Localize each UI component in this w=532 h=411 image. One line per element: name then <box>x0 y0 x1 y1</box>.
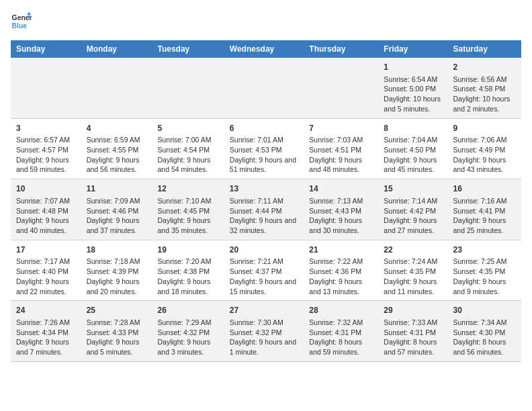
day-info-line: Sunrise: 7:26 AM <box>16 318 76 328</box>
day-info-line: Sunrise: 7:06 AM <box>453 135 517 145</box>
day-info-line: Sunset: 4:51 PM <box>309 145 373 155</box>
day-info-line: Sunrise: 7:22 AM <box>309 257 373 267</box>
day-info-line: Sunrise: 6:59 AM <box>87 135 147 145</box>
day-cell: 5Sunrise: 7:00 AMSunset: 4:54 PMDaylight… <box>152 118 224 179</box>
col-header-wednesday: Wednesday <box>224 40 304 58</box>
day-number: 29 <box>384 305 442 316</box>
col-header-tuesday: Tuesday <box>152 40 224 58</box>
day-cell: 26Sunrise: 7:29 AMSunset: 4:32 PMDayligh… <box>152 301 224 362</box>
day-info-line: Sunrise: 7:18 AM <box>87 257 147 267</box>
day-info-line: Sunrise: 7:13 AM <box>309 196 373 206</box>
day-info-line: Daylight: 9 hours and 22 minutes. <box>16 277 76 296</box>
day-info-line: Sunrise: 7:16 AM <box>453 196 517 206</box>
day-info-line: Daylight: 9 hours and 11 minutes. <box>384 277 442 296</box>
day-number: 18 <box>87 244 147 256</box>
day-info-line: Daylight: 9 hours and 3 minutes. <box>157 337 218 357</box>
day-info-line: Daylight: 9 hours and 18 minutes. <box>157 277 218 296</box>
day-cell <box>224 58 304 118</box>
day-cell: 22Sunrise: 7:24 AMSunset: 4:35 PMDayligh… <box>378 240 447 301</box>
day-info-line: Daylight: 9 hours and 13 minutes. <box>309 277 373 296</box>
day-info-line: Daylight: 9 hours and 56 minutes. <box>87 155 147 175</box>
day-info-line: Sunset: 4:37 PM <box>230 267 299 277</box>
day-info-line: Sunrise: 7:10 AM <box>157 196 218 206</box>
day-info-line: Sunrise: 7:30 AM <box>230 318 299 328</box>
day-info-line: Sunset: 4:57 PM <box>16 145 76 155</box>
day-info-line: Daylight: 10 hours and 5 minutes. <box>384 94 442 113</box>
day-number: 24 <box>16 305 76 316</box>
day-info-line: Sunset: 4:35 PM <box>453 267 517 277</box>
day-cell: 14Sunrise: 7:13 AMSunset: 4:43 PMDayligh… <box>304 179 378 240</box>
svg-text:Blue: Blue <box>12 22 28 30</box>
day-cell: 1Sunrise: 6:54 AMSunset: 5:00 PMDaylight… <box>378 58 447 118</box>
day-number: 26 <box>157 305 218 316</box>
day-info-line: Sunset: 4:30 PM <box>453 328 517 338</box>
day-cell <box>81 58 152 118</box>
day-info-line: Daylight: 9 hours and 25 minutes. <box>453 216 517 235</box>
day-info-line: Sunset: 5:00 PM <box>384 84 442 94</box>
day-info-line: Daylight: 9 hours and 43 minutes. <box>453 155 517 175</box>
col-header-sunday: Sunday <box>11 40 81 58</box>
day-cell: 16Sunrise: 7:16 AMSunset: 4:41 PMDayligh… <box>448 179 522 240</box>
day-info-line: Daylight: 8 hours and 57 minutes. <box>384 337 442 357</box>
day-info-line: Daylight: 9 hours and 30 minutes. <box>309 216 373 235</box>
day-info-line: Sunset: 4:49 PM <box>453 145 517 155</box>
col-header-monday: Monday <box>81 40 152 58</box>
header: General Blue <box>11 11 521 32</box>
day-info-line: Sunrise: 7:11 AM <box>230 196 299 206</box>
week-row-2: 3Sunrise: 6:57 AMSunset: 4:57 PMDaylight… <box>11 118 521 179</box>
day-cell <box>11 58 81 118</box>
day-info-line: Sunrise: 7:28 AM <box>87 318 147 328</box>
day-info-line: Sunrise: 6:56 AM <box>453 75 517 85</box>
day-number: 13 <box>230 183 299 195</box>
day-info-line: Daylight: 9 hours and 51 minutes. <box>230 155 299 175</box>
day-cell: 7Sunrise: 7:03 AMSunset: 4:51 PMDaylight… <box>304 118 378 179</box>
day-number: 1 <box>384 62 442 73</box>
day-number: 14 <box>309 183 373 195</box>
day-cell: 12Sunrise: 7:10 AMSunset: 4:45 PMDayligh… <box>152 179 224 240</box>
day-info-line: Sunrise: 7:25 AM <box>453 257 517 267</box>
svg-marker-2 <box>27 12 31 15</box>
day-cell: 20Sunrise: 7:21 AMSunset: 4:37 PMDayligh… <box>224 240 304 301</box>
day-info-line: Daylight: 9 hours and 45 minutes. <box>384 155 442 175</box>
day-number: 12 <box>157 183 218 195</box>
day-cell: 28Sunrise: 7:32 AMSunset: 4:31 PMDayligh… <box>304 301 378 362</box>
day-number: 8 <box>384 123 442 134</box>
day-info-line: Sunset: 4:48 PM <box>16 206 76 216</box>
day-cell: 17Sunrise: 7:17 AMSunset: 4:40 PMDayligh… <box>11 240 81 301</box>
day-number: 23 <box>453 244 517 256</box>
day-info-line: Sunset: 4:31 PM <box>309 328 373 338</box>
day-number: 10 <box>16 183 76 195</box>
day-info-line: Sunset: 4:45 PM <box>157 206 218 216</box>
day-info-line: Sunrise: 7:07 AM <box>16 196 76 206</box>
header-row: SundayMondayTuesdayWednesdayThursdayFrid… <box>11 40 521 58</box>
day-info-line: Daylight: 8 hours and 56 minutes. <box>453 337 517 357</box>
day-info-line: Sunset: 4:35 PM <box>384 267 442 277</box>
day-number: 27 <box>230 305 299 316</box>
day-info-line: Sunrise: 7:17 AM <box>16 257 76 267</box>
day-info-line: Sunrise: 7:21 AM <box>230 257 299 267</box>
day-number: 16 <box>453 183 517 195</box>
day-info-line: Daylight: 9 hours and 32 minutes. <box>230 216 299 235</box>
day-number: 2 <box>453 62 517 73</box>
day-cell: 8Sunrise: 7:04 AMSunset: 4:50 PMDaylight… <box>378 118 447 179</box>
day-number: 4 <box>87 123 147 134</box>
day-number: 25 <box>87 305 147 316</box>
day-info-line: Sunset: 4:46 PM <box>87 206 147 216</box>
day-cell: 30Sunrise: 7:34 AMSunset: 4:30 PMDayligh… <box>448 301 522 362</box>
week-row-1: 1Sunrise: 6:54 AMSunset: 5:00 PMDaylight… <box>11 58 521 118</box>
day-info-line: Sunrise: 7:32 AM <box>309 318 373 328</box>
week-row-5: 24Sunrise: 7:26 AMSunset: 4:34 PMDayligh… <box>11 301 521 362</box>
day-info-line: Sunset: 4:42 PM <box>384 206 442 216</box>
day-info-line: Sunrise: 7:33 AM <box>384 318 442 328</box>
day-info-line: Daylight: 9 hours and 15 minutes. <box>230 277 299 296</box>
day-info-line: Daylight: 9 hours and 48 minutes. <box>309 155 373 175</box>
day-info-line: Sunrise: 7:03 AM <box>309 135 373 145</box>
day-info-line: Sunrise: 7:14 AM <box>384 196 442 206</box>
day-info-line: Daylight: 9 hours and 59 minutes. <box>16 155 76 175</box>
logo: General Blue <box>11 11 32 32</box>
day-number: 6 <box>230 123 299 134</box>
day-info-line: Sunrise: 7:09 AM <box>87 196 147 206</box>
day-cell: 21Sunrise: 7:22 AMSunset: 4:36 PMDayligh… <box>304 240 378 301</box>
day-info-line: Sunrise: 7:24 AM <box>384 257 442 267</box>
day-info-line: Sunset: 4:40 PM <box>16 267 76 277</box>
